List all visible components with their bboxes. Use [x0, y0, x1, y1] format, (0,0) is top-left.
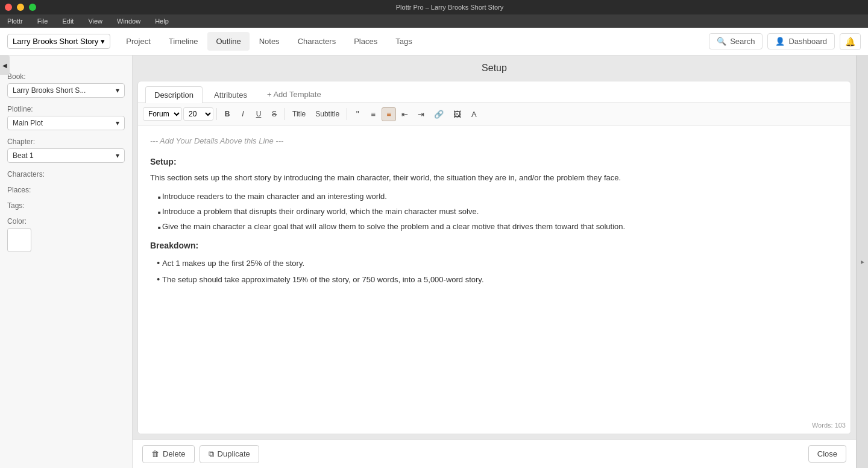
search-icon: 🔍 [717, 37, 726, 46]
maximize-window-button[interactable] [29, 4, 36, 11]
sidebar-toggle-button[interactable]: ◀ [0, 55, 10, 75]
notifications-button[interactable]: 🔔 [840, 33, 861, 50]
duplicate-label: Duplicate [218, 449, 250, 458]
indent-button[interactable]: ⇥ [414, 107, 429, 121]
subtitle-button[interactable]: Subtitle [311, 107, 344, 121]
editor-list-2: Act 1 makes up the first 25% of the stor… [162, 256, 838, 286]
tags-field: Tags: [7, 201, 125, 210]
list-item: Introduce a problem that disrupts their … [162, 206, 838, 218]
topnav: Larry Brooks Short Story ▾ Project Timel… [0, 28, 868, 55]
editor-body[interactable]: --- Add Your Details Above this Line ---… [138, 125, 851, 434]
color-picker[interactable] [7, 228, 31, 252]
menubar: Plottr File Edit View Window Help [0, 14, 868, 28]
nav-tab-project[interactable]: Project [118, 32, 159, 51]
tab-attributes[interactable]: Attributes [205, 86, 256, 103]
underline-button[interactable]: U [251, 107, 266, 121]
menu-window[interactable]: Window [115, 16, 143, 26]
word-count: Words: 103 [812, 420, 846, 431]
minimize-window-button[interactable] [17, 4, 24, 11]
menu-help[interactable]: Help [153, 16, 171, 26]
nav-right: 🔍 Search 👤 Dashboard 🔔 [709, 33, 861, 50]
plotline-label: Plotline: [7, 105, 125, 113]
places-label: Places: [7, 186, 125, 194]
menu-edit[interactable]: Edit [60, 16, 76, 26]
toolbar-divider-1 [216, 108, 217, 120]
font-family-select[interactable]: Forum [143, 107, 182, 121]
book-dropdown[interactable]: Larry Brooks Short S... ▾ [7, 83, 125, 98]
window-controls[interactable] [5, 4, 36, 11]
unordered-list-button[interactable]: ≡ [382, 107, 396, 121]
trash-icon: 🗑 [151, 449, 159, 458]
list-item: Introduce readers to the main character … [162, 191, 838, 203]
list-item: Give the main character a clear goal tha… [162, 221, 838, 233]
editor-list-1: Introduce readers to the main character … [162, 191, 838, 233]
search-button[interactable]: 🔍 Search [709, 33, 763, 49]
user-icon: 👤 [775, 37, 785, 46]
add-template-button[interactable]: + Add Template [261, 86, 327, 103]
ordered-list-button[interactable]: ≡ [366, 107, 380, 121]
nav-tab-outline[interactable]: Outline [207, 32, 249, 51]
nav-tab-timeline[interactable]: Timeline [160, 32, 207, 51]
menu-file[interactable]: File [35, 16, 51, 26]
tab-description[interactable]: Description [145, 86, 203, 103]
panel-tabs: Description Attributes + Add Template [138, 81, 851, 103]
chevron-down-icon: ▾ [116, 119, 119, 127]
menu-view[interactable]: View [86, 16, 105, 26]
tags-label: Tags: [7, 201, 125, 210]
italic-button[interactable]: I [236, 107, 250, 121]
toolbar-divider-2 [285, 108, 285, 120]
duplicate-button[interactable]: ⧉ Duplicate [200, 445, 259, 463]
outdent-button[interactable]: ⇤ [397, 107, 412, 121]
filter-icon: ◀ [2, 62, 7, 69]
nav-tab-places[interactable]: Places [345, 32, 386, 51]
characters-field: Characters: [7, 170, 125, 179]
chapter-dropdown[interactable]: Beat 1 ▾ [7, 148, 125, 163]
chevron-down-icon: ▾ [116, 151, 119, 160]
bell-icon: 🔔 [845, 37, 855, 46]
right-panel-toggle[interactable]: ▸ [856, 55, 868, 468]
project-title-button[interactable]: Larry Brooks Short Story ▾ [7, 34, 110, 49]
plotline-value: Main Plot [13, 119, 43, 127]
chevron-down-icon: ▾ [101, 37, 105, 46]
image-button[interactable]: 🖼 [449, 107, 465, 121]
bold-button[interactable]: B [220, 107, 234, 121]
nav-tab-tags[interactable]: Tags [387, 32, 420, 51]
editor-panel: Description Attributes + Add Template Fo… [137, 81, 851, 434]
clear-format-button[interactable]: A [467, 107, 481, 121]
editor-para-1: This section sets up the short story by … [150, 172, 838, 185]
main-layout: ◀ Book: Larry Brooks Short S... ▾ Plotli… [0, 55, 868, 468]
nav-tab-notes[interactable]: Notes [251, 32, 288, 51]
editor-toolbar: Forum 20 B I U S Title Subtitle " ≡ ≡ ⇤ … [138, 103, 851, 125]
content-area: Setup Description Attributes + Add Templ… [133, 55, 856, 468]
chapter-field: Chapter: Beat 1 ▾ [7, 138, 125, 163]
sidebar: ◀ Book: Larry Brooks Short S... ▾ Plotli… [0, 55, 133, 468]
plotline-dropdown[interactable]: Main Plot ▾ [7, 116, 125, 130]
toolbar-divider-3 [347, 108, 347, 120]
color-label: Color: [7, 217, 125, 226]
content-title: Setup [133, 55, 856, 81]
blockquote-button[interactable]: " [350, 107, 365, 121]
delete-label: Delete [163, 449, 186, 458]
nav-tab-characters[interactable]: Characters [289, 32, 345, 51]
book-label: Book: [7, 72, 125, 81]
chapter-value: Beat 1 [13, 151, 34, 160]
list-item: The setup should take approximately 15% … [162, 273, 838, 286]
nav-tabs: Project Timeline Outline Notes Character… [118, 32, 706, 51]
characters-label: Characters: [7, 170, 125, 179]
chevron-right-icon: ▸ [861, 258, 864, 266]
link-button[interactable]: 🔗 [430, 107, 448, 121]
dashboard-button[interactable]: 👤 Dashboard [767, 33, 835, 49]
copy-icon: ⧉ [209, 449, 214, 459]
close-window-button[interactable] [5, 4, 12, 11]
chevron-down-icon: ▾ [116, 86, 119, 95]
menu-plottr[interactable]: Plottr [5, 16, 25, 26]
close-button[interactable]: Close [808, 445, 846, 463]
editor-heading-1: Setup: [150, 155, 838, 168]
plotline-field: Plotline: Main Plot ▾ [7, 105, 125, 130]
delete-button[interactable]: 🗑 Delete [142, 445, 195, 463]
bottom-left-actions: 🗑 Delete ⧉ Duplicate [142, 445, 259, 463]
chapter-label: Chapter: [7, 138, 125, 146]
title-button[interactable]: Title [288, 107, 310, 121]
strikethrough-button[interactable]: S [267, 107, 281, 121]
font-size-select[interactable]: 20 [183, 107, 213, 121]
